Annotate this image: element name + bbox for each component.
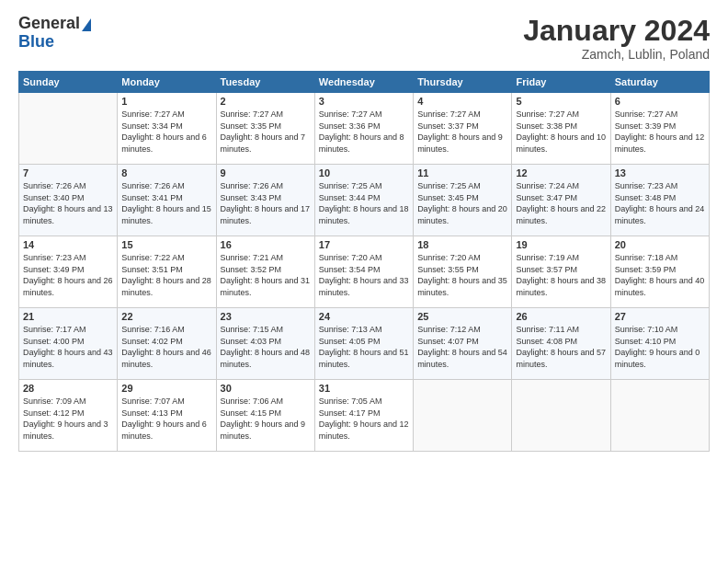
day-cell <box>610 380 709 452</box>
week-row-1: 1Sunrise: 7:27 AMSunset: 3:34 PMDaylight… <box>19 93 710 165</box>
day-info: Sunrise: 7:21 AMSunset: 3:52 PMDaylight:… <box>221 252 311 298</box>
day-number: 15 <box>121 239 211 250</box>
day-info: Sunrise: 7:26 AMSunset: 3:40 PMDaylight:… <box>23 180 113 226</box>
day-info: Sunrise: 7:23 AMSunset: 3:48 PMDaylight:… <box>615 180 705 226</box>
day-number: 31 <box>319 383 409 394</box>
day-cell: 31Sunrise: 7:05 AMSunset: 4:17 PMDayligh… <box>314 380 413 452</box>
day-info: Sunrise: 7:09 AMSunset: 4:12 PMDaylight:… <box>23 396 113 442</box>
day-info: Sunrise: 7:13 AMSunset: 4:05 PMDaylight:… <box>319 324 409 370</box>
day-number: 24 <box>319 311 409 322</box>
day-cell: 8Sunrise: 7:26 AMSunset: 3:41 PMDaylight… <box>118 165 216 236</box>
day-info: Sunrise: 7:27 AMSunset: 3:34 PMDaylight:… <box>121 109 211 155</box>
day-info: Sunrise: 7:27 AMSunset: 3:38 PMDaylight:… <box>516 109 606 155</box>
weekday-header-sunday: Sunday <box>19 72 118 93</box>
title-block: January 2024 Zamch, Lublin, Poland <box>523 15 710 62</box>
logo-blue: Blue <box>18 32 54 51</box>
day-number: 10 <box>319 167 409 178</box>
main-title: January 2024 <box>523 15 710 47</box>
day-number: 20 <box>615 239 705 250</box>
day-cell: 17Sunrise: 7:20 AMSunset: 3:54 PMDayligh… <box>314 236 413 308</box>
day-number: 8 <box>121 167 211 178</box>
day-info: Sunrise: 7:12 AMSunset: 4:07 PMDaylight:… <box>417 324 507 370</box>
page: General Blue January 2024 Zamch, Lublin,… <box>0 0 728 563</box>
day-cell: 19Sunrise: 7:19 AMSunset: 3:57 PMDayligh… <box>512 236 610 308</box>
day-info: Sunrise: 7:20 AMSunset: 3:55 PMDaylight:… <box>417 252 507 298</box>
day-info: Sunrise: 7:23 AMSunset: 3:49 PMDaylight:… <box>23 252 113 298</box>
day-number: 22 <box>121 311 211 322</box>
day-info: Sunrise: 7:27 AMSunset: 3:35 PMDaylight:… <box>221 109 311 155</box>
day-cell: 7Sunrise: 7:26 AMSunset: 3:40 PMDaylight… <box>19 165 118 236</box>
day-info: Sunrise: 7:25 AMSunset: 3:45 PMDaylight:… <box>417 180 507 226</box>
day-number: 17 <box>319 239 409 250</box>
day-info: Sunrise: 7:06 AMSunset: 4:15 PMDaylight:… <box>221 396 311 442</box>
day-cell: 9Sunrise: 7:26 AMSunset: 3:43 PMDaylight… <box>216 165 314 236</box>
day-cell: 13Sunrise: 7:23 AMSunset: 3:48 PMDayligh… <box>610 165 709 236</box>
day-cell <box>414 380 512 452</box>
day-number: 30 <box>221 383 311 394</box>
day-info: Sunrise: 7:26 AMSunset: 3:43 PMDaylight:… <box>221 180 311 226</box>
day-number: 5 <box>516 96 606 107</box>
day-cell: 15Sunrise: 7:22 AMSunset: 3:51 PMDayligh… <box>118 236 216 308</box>
day-number: 21 <box>23 311 113 322</box>
day-cell: 2Sunrise: 7:27 AMSunset: 3:35 PMDaylight… <box>216 93 314 165</box>
day-cell: 11Sunrise: 7:25 AMSunset: 3:45 PMDayligh… <box>414 165 512 236</box>
day-cell: 21Sunrise: 7:17 AMSunset: 4:00 PMDayligh… <box>19 308 118 380</box>
day-number: 9 <box>221 167 311 178</box>
day-cell: 16Sunrise: 7:21 AMSunset: 3:52 PMDayligh… <box>216 236 314 308</box>
day-number: 7 <box>23 167 113 178</box>
day-info: Sunrise: 7:20 AMSunset: 3:54 PMDaylight:… <box>319 252 409 298</box>
day-info: Sunrise: 7:05 AMSunset: 4:17 PMDaylight:… <box>319 396 409 442</box>
logo: General Blue <box>18 15 91 52</box>
day-info: Sunrise: 7:27 AMSunset: 3:37 PMDaylight:… <box>417 109 507 155</box>
day-cell: 23Sunrise: 7:15 AMSunset: 4:03 PMDayligh… <box>216 308 314 380</box>
calendar-table: SundayMondayTuesdayWednesdayThursdayFrid… <box>18 71 710 452</box>
day-info: Sunrise: 7:10 AMSunset: 4:10 PMDaylight:… <box>615 324 705 370</box>
day-cell: 20Sunrise: 7:18 AMSunset: 3:59 PMDayligh… <box>610 236 709 308</box>
day-cell: 25Sunrise: 7:12 AMSunset: 4:07 PMDayligh… <box>414 308 512 380</box>
subtitle: Zamch, Lublin, Poland <box>523 47 710 62</box>
day-cell: 5Sunrise: 7:27 AMSunset: 3:38 PMDaylight… <box>512 93 610 165</box>
day-info: Sunrise: 7:27 AMSunset: 3:39 PMDaylight:… <box>615 109 705 155</box>
day-number: 16 <box>221 239 311 250</box>
day-number: 19 <box>516 239 606 250</box>
week-row-4: 21Sunrise: 7:17 AMSunset: 4:00 PMDayligh… <box>19 308 710 380</box>
day-cell <box>19 93 118 165</box>
weekday-header-friday: Friday <box>512 72 610 93</box>
day-number: 4 <box>417 96 507 107</box>
day-cell: 3Sunrise: 7:27 AMSunset: 3:36 PMDaylight… <box>314 93 413 165</box>
day-cell: 29Sunrise: 7:07 AMSunset: 4:13 PMDayligh… <box>118 380 216 452</box>
header: General Blue January 2024 Zamch, Lublin,… <box>18 15 710 62</box>
day-info: Sunrise: 7:15 AMSunset: 4:03 PMDaylight:… <box>221 324 311 370</box>
day-cell: 27Sunrise: 7:10 AMSunset: 4:10 PMDayligh… <box>610 308 709 380</box>
day-number: 18 <box>417 239 507 250</box>
day-number: 29 <box>121 383 211 394</box>
weekday-header-row: SundayMondayTuesdayWednesdayThursdayFrid… <box>19 72 710 93</box>
day-cell: 22Sunrise: 7:16 AMSunset: 4:02 PMDayligh… <box>118 308 216 380</box>
day-info: Sunrise: 7:07 AMSunset: 4:13 PMDaylight:… <box>121 396 211 442</box>
weekday-header-tuesday: Tuesday <box>216 72 314 93</box>
day-cell: 30Sunrise: 7:06 AMSunset: 4:15 PMDayligh… <box>216 380 314 452</box>
day-info: Sunrise: 7:25 AMSunset: 3:44 PMDaylight:… <box>319 180 409 226</box>
day-cell: 26Sunrise: 7:11 AMSunset: 4:08 PMDayligh… <box>512 308 610 380</box>
day-info: Sunrise: 7:22 AMSunset: 3:51 PMDaylight:… <box>121 252 211 298</box>
day-cell <box>512 380 610 452</box>
day-info: Sunrise: 7:18 AMSunset: 3:59 PMDaylight:… <box>615 252 705 298</box>
day-number: 25 <box>417 311 507 322</box>
day-cell: 14Sunrise: 7:23 AMSunset: 3:49 PMDayligh… <box>19 236 118 308</box>
day-cell: 24Sunrise: 7:13 AMSunset: 4:05 PMDayligh… <box>314 308 413 380</box>
logo-triangle-icon <box>82 18 91 31</box>
day-number: 12 <box>516 167 606 178</box>
logo-general: General <box>18 14 80 32</box>
day-number: 1 <box>121 96 211 107</box>
weekday-header-wednesday: Wednesday <box>314 72 413 93</box>
day-number: 2 <box>221 96 311 107</box>
week-row-2: 7Sunrise: 7:26 AMSunset: 3:40 PMDaylight… <box>19 165 710 236</box>
day-number: 13 <box>615 167 705 178</box>
day-info: Sunrise: 7:26 AMSunset: 3:41 PMDaylight:… <box>121 180 211 226</box>
week-row-3: 14Sunrise: 7:23 AMSunset: 3:49 PMDayligh… <box>19 236 710 308</box>
day-cell: 6Sunrise: 7:27 AMSunset: 3:39 PMDaylight… <box>610 93 709 165</box>
day-info: Sunrise: 7:11 AMSunset: 4:08 PMDaylight:… <box>516 324 606 370</box>
day-cell: 4Sunrise: 7:27 AMSunset: 3:37 PMDaylight… <box>414 93 512 165</box>
day-number: 6 <box>615 96 705 107</box>
day-info: Sunrise: 7:27 AMSunset: 3:36 PMDaylight:… <box>319 109 409 155</box>
